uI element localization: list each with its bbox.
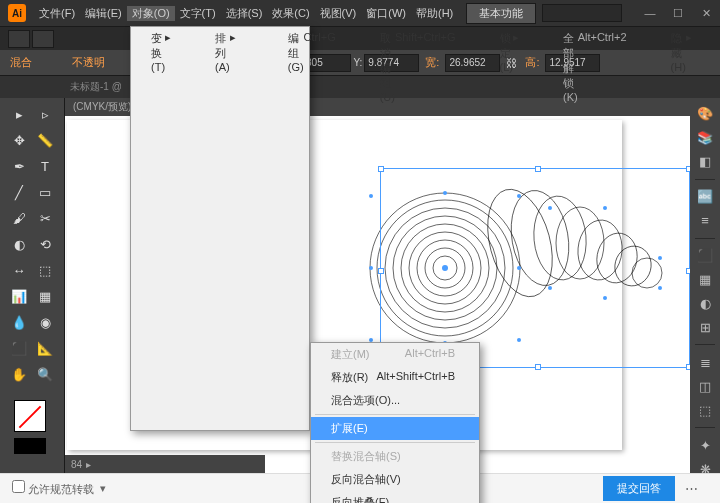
menu-edit[interactable]: 编辑(E) xyxy=(80,6,127,21)
menu-item-建立(M): 建立(M)Alt+Ctrl+B xyxy=(311,343,479,366)
ellipsis-button[interactable]: ⋯ xyxy=(675,476,708,501)
tool-0-0[interactable]: ▸ xyxy=(7,102,31,126)
menu-item-锁定(L)[interactable]: 锁定(L)▸ xyxy=(480,27,543,430)
opacity-label: 不透明 xyxy=(72,55,105,70)
panel-icon-12[interactable]: ✦ xyxy=(695,435,715,455)
menu-item-替换混合轴(S): 替换混合轴(S) xyxy=(311,445,479,468)
tool-10-1[interactable]: 🔍 xyxy=(33,362,57,386)
tool-10-0[interactable]: ✋ xyxy=(7,362,31,386)
tool-1-1[interactable]: 📏 xyxy=(33,128,57,152)
stroke-swatch[interactable] xyxy=(14,438,46,454)
tool-0-1[interactable]: ▹ xyxy=(33,102,57,126)
maximize-button[interactable]: ☐ xyxy=(664,3,692,23)
menu-help[interactable]: 帮助(H) xyxy=(411,6,458,21)
app-icon: Ai xyxy=(8,4,26,22)
menu-item-显示全部: 显示全部Alt+Ctrl+3 xyxy=(716,27,720,430)
tb-btn-1[interactable] xyxy=(8,30,30,48)
tool-9-1[interactable]: 📐 xyxy=(33,336,57,360)
tool-6-0[interactable]: ↔ xyxy=(7,258,31,282)
menu-effect[interactable]: 效果(C) xyxy=(267,6,314,21)
tool-8-0[interactable]: 💧 xyxy=(7,310,31,334)
tool-5-1[interactable]: ⟲ xyxy=(33,232,57,256)
fill-swatch[interactable] xyxy=(14,400,46,432)
tool-2-1[interactable]: T xyxy=(33,154,57,178)
workspace-label[interactable]: 基本功能 xyxy=(466,3,536,24)
tb-btn-2[interactable] xyxy=(32,30,54,48)
tool-2-0[interactable]: ✒ xyxy=(7,154,31,178)
zoom-arrow-icon[interactable]: ▸ xyxy=(86,459,91,470)
status-bar: 84 ▸ xyxy=(65,455,265,473)
titlebar: Ai 文件(F) 编辑(E) 对象(O) 文字(T) 选择(S) 效果(C) 视… xyxy=(0,0,720,26)
menu-window[interactable]: 窗口(W) xyxy=(361,6,411,21)
close-button[interactable]: ✕ xyxy=(692,3,720,23)
dropdown-arrow-icon[interactable]: ▾ xyxy=(100,482,106,495)
menu-item-混合选项(O)...[interactable]: 混合选项(O)... xyxy=(311,389,479,412)
menu-item-隐藏(H)[interactable]: 隐藏(H)▸ xyxy=(651,27,716,430)
menu-item-反向堆叠(F)[interactable]: 反向堆叠(F) xyxy=(311,491,479,503)
toolbar: ▸▹✥📏✒T╱▭🖌✂◐⟲↔⬚📊▦💧◉⬛📐✋🔍 xyxy=(0,98,65,503)
menu-item-释放(R)[interactable]: 释放(R)Alt+Shift+Ctrl+B xyxy=(311,366,479,389)
tool-4-0[interactable]: 🖌 xyxy=(7,206,31,230)
blend-submenu-dropdown: 建立(M)Alt+Ctrl+B释放(R)Alt+Shift+Ctrl+B混合选项… xyxy=(310,342,480,503)
menu-item-扩展(E)[interactable]: 扩展(E) xyxy=(311,417,479,440)
object-menu-dropdown: 变换(T)▸排列(A)▸编组(G)Ctrl+G取消编组(U)Shift+Ctrl… xyxy=(130,26,310,431)
tool-1-0[interactable]: ✥ xyxy=(7,128,31,152)
allow-repost-checkbox[interactable]: 允许规范转载 xyxy=(12,480,94,497)
search-input[interactable] xyxy=(542,4,622,22)
tool-7-1[interactable]: ▦ xyxy=(33,284,57,308)
menu-type[interactable]: 文字(T) xyxy=(175,6,221,21)
tool-9-0[interactable]: ⬛ xyxy=(7,336,31,360)
tool-8-1[interactable]: ◉ xyxy=(33,310,57,334)
window-controls: — ☐ ✕ xyxy=(636,3,720,23)
blend-label: 混合 xyxy=(10,55,32,70)
menu-object[interactable]: 对象(O) xyxy=(127,6,175,21)
tool-5-0[interactable]: ◐ xyxy=(7,232,31,256)
menu-view[interactable]: 视图(V) xyxy=(315,6,362,21)
menu-item-反向混合轴(V)[interactable]: 反向混合轴(V) xyxy=(311,468,479,491)
tool-6-1[interactable]: ⬚ xyxy=(33,258,57,282)
menu-item-排列(A)[interactable]: 排列(A)▸ xyxy=(195,27,260,430)
menu-item-变换(T)[interactable]: 变换(T)▸ xyxy=(131,27,195,430)
zoom-value[interactable]: 84 xyxy=(71,459,82,470)
tool-4-1[interactable]: ✂ xyxy=(33,206,57,230)
submit-button[interactable]: 提交回答 xyxy=(603,476,675,501)
tool-7-0[interactable]: 📊 xyxy=(7,284,31,308)
tool-3-0[interactable]: ╱ xyxy=(7,180,31,204)
menu-file[interactable]: 文件(F) xyxy=(34,6,80,21)
menu-item-全部解锁(K): 全部解锁(K)Alt+Ctrl+2 xyxy=(543,27,651,430)
menu-select[interactable]: 选择(S) xyxy=(221,6,268,21)
minimize-button[interactable]: — xyxy=(636,3,664,23)
tool-3-1[interactable]: ▭ xyxy=(33,180,57,204)
